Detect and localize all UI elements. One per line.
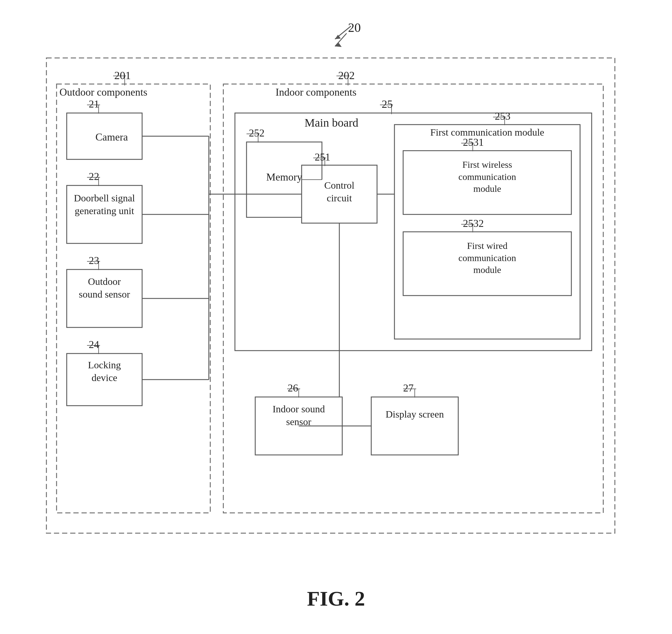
control-id: 251 — [315, 151, 330, 163]
first-comm-label: First communication module — [397, 127, 577, 138]
outdoor-sound-id: 23 — [89, 254, 99, 267]
figure-label: FIG. 2 — [0, 587, 672, 611]
first-wireless-id: 2531 — [463, 136, 484, 148]
control-label: Controlcircuit — [304, 179, 374, 204]
memory-id: 252 — [249, 127, 264, 139]
locking-label: Lockingdevice — [69, 359, 140, 384]
main-board-title: Main board — [304, 116, 358, 129]
first-comm-id: 253 — [495, 110, 510, 122]
outdoor-section-title: Outdoor components — [60, 86, 147, 98]
first-wired-label: First wiredcommunicationmodule — [406, 240, 569, 276]
svg-rect-16 — [371, 397, 458, 455]
label-202: 202 — [338, 69, 355, 82]
camera-id: 21 — [89, 98, 99, 110]
label-201: 201 — [114, 69, 131, 82]
display-id: 27 — [403, 382, 414, 394]
diagram-id-20: 20 — [348, 20, 361, 35]
outdoor-sound-label: Outdoorsound sensor — [69, 275, 140, 301]
locking-id: 24 — [89, 338, 99, 350]
doorbell-id: 22 — [89, 170, 99, 182]
display-screen-label: Display screen — [374, 408, 455, 421]
indoor-sound-label: Indoor soundsensor — [258, 403, 340, 428]
indoor-section-title: Indoor components — [276, 86, 356, 98]
first-wired-id: 2532 — [463, 217, 484, 229]
camera-label: Camera — [81, 131, 142, 143]
indoor-sound-id: 26 — [288, 382, 298, 394]
first-wireless-label: First wirelesscommunicationmodule — [406, 159, 569, 195]
doorbell-label: Doorbell signalgenerating unit — [69, 192, 140, 217]
label-25: 25 — [382, 98, 393, 111]
svg-line-57 — [335, 33, 347, 46]
